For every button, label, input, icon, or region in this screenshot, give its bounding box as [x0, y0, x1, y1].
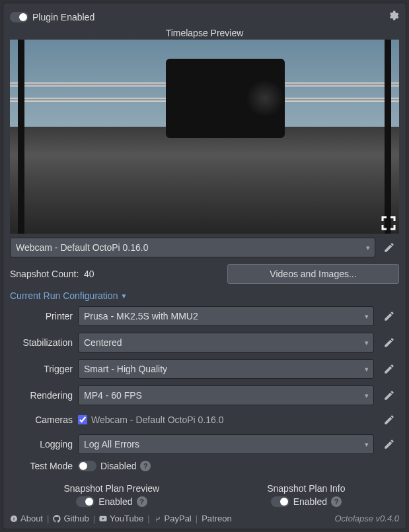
edit-stabilization-button[interactable]	[379, 337, 399, 349]
edit-logging-button[interactable]	[379, 438, 399, 450]
info-icon	[10, 515, 18, 523]
timelapse-preview	[10, 40, 399, 234]
snapshot-plan-row: Snapshot Plan Preview Enabled ? Snapshot…	[10, 483, 399, 507]
youtube-icon	[99, 515, 107, 523]
plan-info-toggle[interactable]	[271, 496, 289, 507]
github-link[interactable]: Github	[53, 514, 89, 523]
logging-row: Logging Log All Errors	[10, 434, 399, 454]
help-icon[interactable]: ?	[140, 461, 151, 471]
stabilization-label: Stabilization	[10, 337, 73, 348]
footer-links: About | Github | YouTube | PayPal | Patr…	[10, 514, 232, 523]
paypal-icon	[154, 515, 162, 523]
snapshot-count: Snapshot Count: 40	[10, 269, 94, 279]
plan-info-value: Enabled	[293, 496, 327, 507]
current-run-config-toggle[interactable]: Current Run Configuration ▼	[10, 290, 399, 301]
rendering-select[interactable]: MP4 - 60 FPS	[78, 385, 374, 405]
edit-cameras-button[interactable]	[379, 414, 399, 426]
svg-rect-1	[14, 518, 15, 521]
printer-row: Printer Prusa - MK2.5S with MMU2	[10, 306, 399, 326]
paypal-link[interactable]: PayPal	[154, 514, 192, 523]
trigger-select[interactable]: Smart - High Quality	[78, 359, 374, 379]
testmode-label: Test Mode	[10, 461, 73, 471]
plan-preview-value: Enabled	[98, 496, 132, 507]
trigger-row: Trigger Smart - High Quality	[10, 359, 399, 379]
testmode-row: Test Mode Disabled ?	[10, 461, 399, 471]
patreon-link[interactable]: Patreon	[202, 514, 232, 523]
plan-preview-title: Snapshot Plan Preview	[63, 483, 159, 494]
snapshot-row: Snapshot Count: 40 Videos and Images...	[10, 264, 399, 284]
snapshot-count-label: Snapshot Count:	[10, 269, 79, 279]
help-icon[interactable]: ?	[331, 496, 342, 507]
version-label: Octolapse v0.4.0	[334, 514, 399, 523]
snapshot-count-value: 40	[84, 269, 94, 279]
toggle-on-icon	[10, 12, 28, 22]
caret-down-icon: ▼	[120, 292, 127, 300]
youtube-link[interactable]: YouTube	[99, 514, 143, 523]
webcam-image	[10, 40, 399, 234]
edit-rendering-button[interactable]	[379, 389, 399, 401]
printer-label: Printer	[10, 311, 73, 321]
videos-images-button[interactable]: Videos and Images...	[227, 264, 399, 284]
logging-label: Logging	[10, 439, 73, 449]
gear-icon[interactable]	[387, 10, 399, 24]
rendering-row: Rendering MP4 - 60 FPS	[10, 385, 399, 405]
about-link[interactable]: About	[10, 514, 43, 523]
camera-checkbox-label: Webcam - Default OctoPi 0.16.0	[91, 415, 224, 425]
plan-info-title: Snapshot Plan Info	[267, 483, 345, 494]
stabilization-row: Stabilization Centered	[10, 333, 399, 352]
testmode-value: Disabled	[100, 461, 136, 471]
camera-select-wrap: Webcam - Default OctoPi 0.16.0	[10, 238, 375, 257]
panel-header: Plugin Enabled	[10, 9, 399, 28]
fullscreen-icon[interactable]	[381, 215, 396, 231]
config-link-label: Current Run Configuration	[10, 290, 118, 301]
config-form: Printer Prusa - MK2.5S with MMU2 Stabili…	[10, 306, 399, 478]
snapshot-plan-preview: Snapshot Plan Preview Enabled ?	[63, 483, 159, 507]
rendering-label: Rendering	[10, 390, 73, 401]
edit-trigger-button[interactable]	[379, 363, 399, 375]
cameras-row: Cameras Webcam - Default OctoPi 0.16.0	[10, 412, 399, 428]
stabilization-select[interactable]: Centered	[78, 333, 374, 352]
edit-printer-button[interactable]	[379, 310, 399, 322]
camera-checkbox[interactable]	[78, 415, 87, 424]
edit-camera-button[interactable]	[379, 238, 399, 257]
panel-footer: About | Github | YouTube | PayPal | Patr…	[10, 507, 399, 523]
cameras-label: Cameras	[10, 415, 73, 425]
plugin-enable-toggle[interactable]: Plugin Enabled	[10, 12, 94, 22]
logging-select[interactable]: Log All Errors	[78, 434, 374, 454]
plugin-enabled-label: Plugin Enabled	[32, 12, 94, 22]
help-icon[interactable]: ?	[137, 496, 147, 507]
snapshot-plan-info: Snapshot Plan Info Enabled ?	[267, 483, 345, 507]
svg-rect-2	[14, 517, 15, 517]
github-icon	[53, 515, 61, 523]
preview-title: Timelapse Preview	[10, 28, 399, 38]
testmode-toggle[interactable]	[78, 461, 96, 471]
octolapse-panel: Plugin Enabled Timelapse Preview Webcam …	[3, 3, 406, 529]
trigger-label: Trigger	[10, 364, 73, 374]
plan-preview-toggle[interactable]	[76, 496, 94, 507]
camera-select-row: Webcam - Default OctoPi 0.16.0	[10, 238, 399, 257]
camera-select[interactable]: Webcam - Default OctoPi 0.16.0	[10, 238, 375, 257]
printer-select[interactable]: Prusa - MK2.5S with MMU2	[78, 306, 374, 326]
